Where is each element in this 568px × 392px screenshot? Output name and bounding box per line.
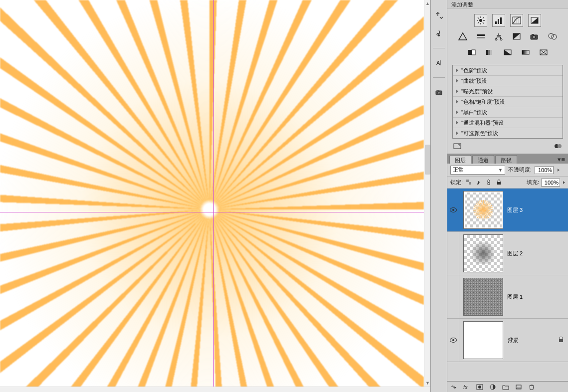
channel-mixer-icon[interactable] bbox=[546, 30, 559, 43]
scroll-up-icon[interactable]: ▲ bbox=[425, 1, 430, 6]
svg-rect-15 bbox=[495, 21, 497, 24]
blend-mode-dropdown[interactable]: 正常 ▼ bbox=[450, 166, 505, 175]
preset-exposure[interactable]: "曝光度"预设 bbox=[453, 86, 563, 97]
preset-selective-color[interactable]: "可选颜色"预设 bbox=[453, 128, 563, 139]
layer-name[interactable]: 图层 1 bbox=[507, 293, 568, 301]
tab-channels[interactable]: 通道 bbox=[472, 155, 494, 164]
brush-panel-icon[interactable] bbox=[433, 28, 444, 39]
svg-rect-34 bbox=[532, 34, 534, 35]
clip-mask-icon[interactable] bbox=[554, 143, 562, 149]
tab-paths[interactable]: 路径 bbox=[495, 155, 517, 164]
svg-rect-16 bbox=[498, 19, 499, 24]
camera-panel-icon[interactable] bbox=[433, 87, 444, 98]
preset-hue-sat[interactable]: "色相/饱和度"预设 bbox=[453, 97, 563, 107]
panel-menu-icon[interactable]: ▾≡ bbox=[558, 156, 565, 163]
layer-mask-icon[interactable] bbox=[476, 384, 483, 390]
svg-rect-39 bbox=[486, 50, 488, 55]
selective-color-icon[interactable] bbox=[537, 46, 550, 59]
layer-row[interactable]: 图层 1 bbox=[447, 275, 568, 319]
scrollbar-thumb[interactable] bbox=[425, 145, 430, 175]
opacity-field[interactable]: 100% bbox=[535, 166, 554, 174]
canvas-artwork bbox=[0, 0, 424, 392]
color-balance-icon[interactable] bbox=[492, 30, 505, 43]
opacity-stepper-icon[interactable] bbox=[558, 169, 560, 172]
fx-icon[interactable]: fx bbox=[463, 384, 470, 390]
fill-field[interactable]: 100% bbox=[541, 179, 560, 187]
lock-pixels-icon[interactable] bbox=[475, 179, 483, 187]
layer-visibility-toggle[interactable] bbox=[450, 251, 457, 256]
layer-thumbnail[interactable] bbox=[463, 191, 503, 229]
adjustment-presets-list[interactable]: "色阶"预设 "曲线"预设 "曝光度"预设 "色相/饱和度"预设 "黑白"预设 … bbox=[452, 65, 563, 139]
vibrance-icon[interactable] bbox=[456, 30, 469, 43]
gradient-map-icon[interactable] bbox=[519, 46, 532, 59]
guide-vertical[interactable] bbox=[213, 0, 214, 387]
layer-thumbnail[interactable] bbox=[463, 234, 503, 272]
layer-row[interactable]: 背景 bbox=[447, 319, 568, 362]
layer-name[interactable]: 图层 3 bbox=[507, 206, 568, 214]
expand-view-icon[interactable] bbox=[453, 143, 461, 149]
link-layers-icon[interactable] bbox=[450, 384, 457, 390]
tab-layers[interactable]: 图层 bbox=[449, 155, 471, 164]
photo-filter-icon[interactable] bbox=[528, 30, 541, 43]
preset-channel-mixer[interactable]: "通道混和器"预设 bbox=[453, 118, 563, 128]
svg-line-14 bbox=[478, 22, 479, 23]
svg-point-4 bbox=[438, 92, 440, 94]
delete-layer-icon[interactable] bbox=[528, 384, 535, 390]
svg-line-12 bbox=[483, 22, 484, 23]
fill-stepper-icon[interactable] bbox=[563, 181, 565, 184]
layer-list[interactable]: 图层 3 图层 2 图层 1 背景 bbox=[447, 189, 568, 381]
levels-icon[interactable] bbox=[492, 14, 505, 27]
posterize-icon[interactable] bbox=[483, 46, 496, 59]
scrollbar-vertical[interactable]: ▲ ▼ bbox=[424, 0, 430, 387]
scrollbar-horizontal[interactable] bbox=[0, 387, 430, 392]
group-icon[interactable] bbox=[502, 384, 509, 390]
preset-curves[interactable]: "曲线"预设 bbox=[453, 76, 563, 86]
svg-point-0 bbox=[438, 34, 440, 36]
threshold-icon[interactable] bbox=[501, 46, 514, 59]
hue-saturation-icon[interactable] bbox=[474, 30, 487, 43]
clone-source-icon[interactable] bbox=[433, 10, 444, 21]
svg-point-58 bbox=[478, 386, 481, 389]
exposure-icon[interactable] bbox=[528, 14, 541, 27]
layer-visibility-toggle[interactable] bbox=[450, 207, 457, 212]
svg-point-35 bbox=[549, 33, 554, 38]
brightness-contrast-icon[interactable] bbox=[474, 14, 487, 27]
adjustments-panel: 添加调整 "色 bbox=[447, 0, 568, 154]
layer-visibility-toggle[interactable] bbox=[450, 294, 457, 299]
panel-dock-strip: A bbox=[430, 0, 447, 392]
lock-transparent-icon[interactable] bbox=[465, 179, 473, 187]
adjustments-title: 添加调整 bbox=[447, 0, 568, 9]
preset-black-white[interactable]: "黑白"预设 bbox=[453, 107, 563, 118]
svg-point-36 bbox=[552, 34, 557, 39]
layer-row[interactable]: 图层 3 bbox=[447, 189, 568, 232]
character-panel-icon[interactable]: A bbox=[433, 57, 444, 68]
opacity-label: 不透明度: bbox=[508, 166, 532, 174]
layer-name[interactable]: 图层 2 bbox=[507, 250, 568, 257]
svg-point-6 bbox=[479, 19, 482, 22]
guide-horizontal[interactable] bbox=[0, 212, 424, 212]
svg-rect-54 bbox=[497, 182, 501, 185]
layer-thumbnail[interactable] bbox=[463, 278, 503, 316]
adjustment-layer-icon[interactable] bbox=[489, 384, 496, 390]
canvas-area[interactable]: ▲ ▼ bbox=[0, 0, 430, 392]
invert-icon[interactable] bbox=[465, 46, 478, 59]
svg-rect-52 bbox=[466, 180, 469, 182]
fill-label: 填充: bbox=[527, 179, 539, 186]
svg-rect-37 bbox=[468, 50, 472, 55]
black-white-icon[interactable] bbox=[510, 30, 523, 43]
layer-visibility-toggle[interactable] bbox=[450, 338, 457, 343]
new-layer-icon[interactable] bbox=[515, 384, 522, 390]
lock-all-icon[interactable] bbox=[495, 179, 503, 187]
lock-position-icon[interactable] bbox=[485, 179, 493, 187]
svg-marker-43 bbox=[504, 50, 511, 55]
preset-levels[interactable]: "色阶"预设 bbox=[453, 65, 563, 76]
scroll-down-icon[interactable]: ▼ bbox=[425, 381, 430, 386]
layer-row[interactable]: 图层 2 bbox=[447, 232, 568, 275]
curves-icon[interactable] bbox=[510, 14, 523, 27]
chevron-down-icon: ▼ bbox=[498, 168, 503, 173]
layer-thumbnail[interactable] bbox=[463, 321, 503, 359]
canvas[interactable] bbox=[0, 0, 424, 387]
svg-line-13 bbox=[483, 17, 484, 18]
layer-name[interactable]: 背景 bbox=[507, 337, 558, 344]
svg-marker-24 bbox=[459, 33, 467, 40]
